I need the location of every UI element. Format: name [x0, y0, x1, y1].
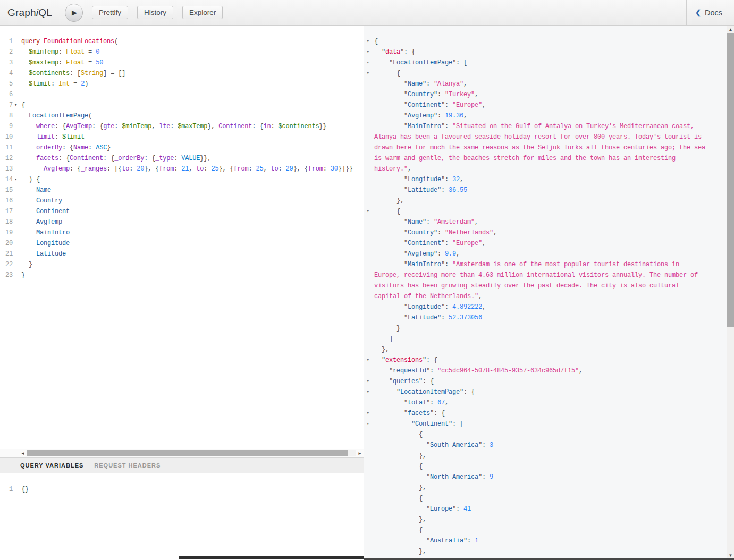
scroll-right-icon[interactable]: ► [356, 451, 364, 456]
query-horizontal-scrollbar[interactable]: ◄ ► [0, 449, 364, 457]
code-line[interactable]: 17 Continent [0, 206, 364, 217]
fold-gutter-cell [364, 79, 372, 89]
fold-arrow-icon[interactable]: ▾ [364, 355, 372, 366]
code-line[interactable]: 22 } [0, 259, 364, 270]
code-line: "AvgTemp": 9.9, [364, 249, 727, 259]
bottom-scroll-thumb[interactable] [179, 556, 364, 559]
v-scroll-thumb[interactable] [727, 33, 734, 327]
fold-gutter-cell [364, 270, 372, 281]
tab-query-variables[interactable]: QUERY VARIABLES [20, 462, 83, 469]
code-line[interactable]: 8 LocationItemPage( [0, 111, 364, 121]
code-line[interactable]: 3 $maxTemp: Float = 50 [0, 57, 364, 68]
code-line[interactable]: 14▾ ) { [0, 174, 364, 185]
fold-gutter-cell [13, 47, 19, 57]
explorer-button[interactable]: Explorer [182, 6, 223, 19]
code-line: "South America": 3 [364, 440, 727, 451]
fold-arrow-icon[interactable]: ▾ [13, 100, 19, 111]
code-line: capital of the Netherlands.", [364, 291, 727, 302]
line-number: 14 [0, 174, 13, 185]
fold-arrow-icon[interactable]: ▾ [364, 419, 372, 429]
code-line[interactable]: 1query FoundationLocations( [0, 36, 364, 47]
code-line: "Longitude": 32, [364, 174, 727, 185]
code-text: "LocationItemPage": { [372, 387, 475, 397]
fold-arrow-icon[interactable]: ▾ [364, 68, 372, 79]
query-editor[interactable]: 1query FoundationLocations(2 $minTemp: F… [0, 26, 364, 449]
fold-gutter-cell [364, 238, 372, 249]
code-line[interactable]: 19 MainIntro [0, 227, 364, 238]
code-line[interactable]: 21 Latitude [0, 249, 364, 259]
code-line[interactable]: 16 Country [0, 196, 364, 206]
code-text: "requestId": "cc5dc964-5078-4845-9357-63… [372, 366, 583, 376]
code-line: Europe, receiving more than 4.63 million… [364, 270, 727, 281]
code-line[interactable]: 4 $continents: [String] = [] [0, 68, 364, 79]
scroll-left-icon[interactable]: ◄ [19, 451, 27, 456]
code-text: "Latitude": 36.55 [372, 185, 467, 196]
h-scroll-thumb[interactable] [27, 450, 348, 456]
scroll-up-icon[interactable]: ▲ [727, 27, 734, 32]
code-line[interactable]: 23} [0, 270, 364, 281]
fold-arrow-icon[interactable]: ▾ [364, 376, 372, 387]
graphiql-logo: GraphiQL [7, 7, 52, 19]
fold-arrow-icon[interactable]: ▾ [13, 174, 19, 185]
code-line[interactable]: 2 $minTemp: Float = 0 [0, 47, 364, 57]
code-line: ▾ "Continent": [ [364, 419, 727, 429]
variables-editor[interactable]: 1{} [0, 473, 364, 560]
gutter-divider [19, 26, 19, 449]
fold-gutter-cell [364, 366, 372, 376]
prettify-button[interactable]: Prettify [92, 6, 128, 19]
code-line: "North America": 9 [364, 472, 727, 482]
code-line[interactable]: 7▾{ [0, 100, 364, 111]
code-line[interactable]: 13 AvgTemp: {_ranges: [{to: 20}, {from: … [0, 164, 364, 174]
fold-gutter-cell [13, 206, 19, 217]
code-text: { [372, 68, 400, 79]
fold-arrow-icon[interactable]: ▾ [364, 387, 372, 397]
line-number: 21 [0, 249, 13, 259]
code-line: }, [364, 514, 727, 525]
tab-request-headers[interactable]: REQUEST HEADERS [94, 462, 161, 469]
code-line[interactable]: 12 facets: {Continent: {_orderBy: {_type… [0, 153, 364, 164]
code-text: "AvgTemp": 9.9, [372, 249, 460, 259]
scroll-down-icon[interactable]: ▼ [727, 553, 734, 558]
fold-gutter-cell [364, 111, 372, 121]
response-vertical-scrollbar[interactable]: ▲ ▼ [727, 26, 734, 560]
code-text: facets: {Continent: {_orderBy: {_type: V… [19, 153, 211, 164]
code-line[interactable]: 18 AvgTemp [0, 217, 364, 227]
history-button[interactable]: History [137, 6, 173, 19]
execute-button[interactable]: ▶ [65, 4, 83, 22]
code-line[interactable]: 9 where: {AvgTemp: {gte: $minTemp, lte: … [0, 121, 364, 132]
fold-arrow-icon[interactable]: ▾ [364, 47, 372, 57]
code-line[interactable]: 5 $limit: Int = 2) [0, 79, 364, 89]
code-text: "Continent": "Europe", [372, 100, 486, 111]
code-line[interactable]: 20 Longitude [0, 238, 364, 249]
code-line[interactable]: 10 limit: $limit [0, 132, 364, 142]
code-text: "Name": "Alanya", [372, 79, 467, 89]
code-line[interactable]: 1{} [0, 484, 364, 495]
code-text: "Australia": 1 [372, 536, 478, 546]
fold-gutter-cell [13, 196, 19, 206]
code-line[interactable]: 6 [0, 89, 364, 100]
h-scroll-track[interactable] [27, 450, 356, 456]
code-line: ▾ { [364, 68, 727, 79]
code-line: is warm and gentle, the beaches stretch … [364, 153, 727, 164]
fold-arrow-icon[interactable]: ▾ [364, 36, 372, 47]
code-text: $continents: [String] = [] [19, 68, 125, 79]
fold-arrow-icon[interactable]: ▾ [364, 57, 372, 68]
code-text: Continent [19, 206, 70, 217]
code-line[interactable]: 15 Name [0, 185, 364, 196]
fold-gutter-cell [13, 57, 19, 68]
fold-gutter-cell [364, 142, 372, 153]
fold-gutter-cell [364, 546, 372, 557]
line-number: 3 [0, 57, 13, 68]
code-text: history.", [372, 164, 411, 174]
fold-gutter-cell [364, 334, 372, 344]
code-text: "queries": { [372, 376, 434, 387]
code-line: "MainIntro": "Amsterdam is one of the mo… [364, 259, 727, 270]
code-text: }, [372, 196, 404, 206]
fold-arrow-icon[interactable]: ▾ [364, 206, 372, 217]
code-line: { [364, 461, 727, 472]
code-line: "Name": "Amsterdam", [364, 217, 727, 227]
code-line[interactable]: 11 orderBy: {Name: ASC} [0, 142, 364, 153]
docs-button[interactable]: ❮ Docs [687, 0, 734, 26]
code-text: limit: $limit [19, 132, 85, 142]
fold-arrow-icon[interactable]: ▾ [364, 408, 372, 419]
